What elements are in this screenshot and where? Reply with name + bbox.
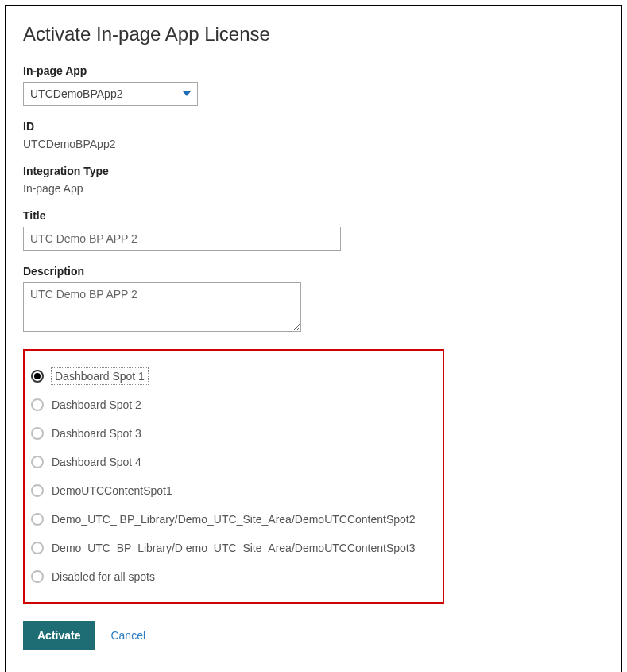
radio-icon (31, 456, 44, 468)
id-label: ID (23, 120, 604, 133)
radio-icon (31, 484, 44, 497)
field-inpage-app: In-page App UTCDemoBPApp2 (23, 64, 604, 106)
radio-label: Demo_UTC_BP_Library/D emo_UTC_Site_Area/… (52, 542, 416, 554)
cancel-link[interactable]: Cancel (110, 629, 145, 642)
page-title: Activate In-page App License (23, 23, 604, 45)
field-description: Description (23, 265, 604, 335)
radio-option[interactable]: Demo_UTC_ BP_Library/Demo_UTC_Site_Area/… (31, 505, 433, 534)
description-label: Description (23, 265, 604, 278)
radio-label: DemoUTCContentSpot1 (52, 484, 172, 497)
field-id: ID UTCDemoBPApp2 (23, 120, 604, 150)
description-textarea[interactable] (23, 282, 301, 332)
radio-icon (31, 513, 44, 526)
spot-radio-group: Dashboard Spot 1Dashboard Spot 2Dashboar… (23, 349, 444, 604)
inpage-app-label: In-page App (23, 64, 604, 77)
radio-label: Demo_UTC_ BP_Library/Demo_UTC_Site_Area/… (52, 513, 416, 526)
radio-label: Dashboard Spot 3 (52, 427, 141, 440)
radio-label: Dashboard Spot 1 (52, 368, 148, 384)
title-input[interactable] (23, 227, 341, 251)
radio-option[interactable]: Dashboard Spot 3 (31, 419, 433, 448)
integration-type-value: In-page App (23, 182, 604, 195)
field-integration-type: Integration Type In-page App (23, 165, 604, 195)
title-label: Title (23, 209, 604, 222)
integration-type-label: Integration Type (23, 165, 604, 177)
inpage-app-dropdown-value: UTCDemoBPApp2 (30, 87, 122, 100)
activate-button[interactable]: Activate (23, 621, 95, 650)
radio-icon (31, 398, 44, 411)
field-title: Title (23, 209, 604, 251)
radio-option[interactable]: Demo_UTC_BP_Library/D emo_UTC_Site_Area/… (31, 534, 433, 562)
radio-option[interactable]: Disabled for all spots (31, 562, 433, 591)
radio-icon (31, 427, 44, 440)
radio-option[interactable]: Dashboard Spot 2 (31, 390, 433, 419)
radio-option[interactable]: DemoUTCContentSpot1 (31, 476, 433, 505)
radio-icon (31, 542, 44, 554)
id-value: UTCDemoBPApp2 (23, 138, 604, 150)
radio-label: Dashboard Spot 2 (52, 398, 141, 411)
radio-label: Disabled for all spots (52, 570, 155, 583)
button-row: Activate Cancel (23, 621, 604, 650)
radio-option[interactable]: Dashboard Spot 4 (31, 448, 433, 476)
inpage-app-dropdown[interactable]: UTCDemoBPApp2 (23, 82, 198, 106)
radio-option[interactable]: Dashboard Spot 1 (31, 362, 433, 390)
radio-label: Dashboard Spot 4 (52, 456, 141, 468)
activate-license-panel: Activate In-page App License In-page App… (5, 5, 622, 672)
radio-icon (31, 570, 44, 583)
chevron-down-icon (183, 91, 191, 96)
radio-icon (31, 370, 44, 383)
